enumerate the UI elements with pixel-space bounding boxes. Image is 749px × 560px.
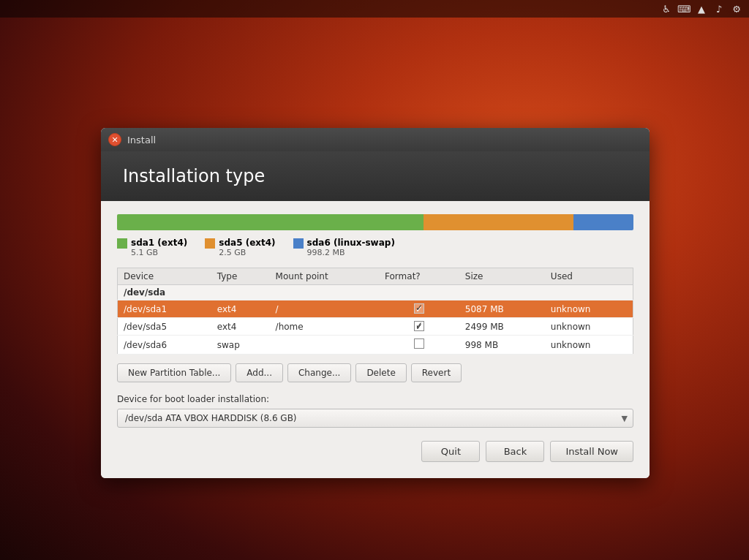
- dialog-title: Install: [127, 135, 156, 145]
- cell-mount: /home: [270, 318, 379, 336]
- cell-mount: [270, 336, 379, 355]
- install-now-button[interactable]: Install Now: [550, 441, 633, 462]
- keyboard-icon[interactable]: ⌨: [677, 2, 690, 15]
- dialog-header: Installation type: [101, 151, 650, 201]
- legend-sda1: sda1 (ext4) 5.1 GB: [117, 238, 187, 257]
- table-header-row: Device Type Mount point Format? Size Use…: [118, 268, 633, 285]
- col-size: Size: [459, 268, 545, 285]
- legend-color-sda1: [117, 238, 127, 249]
- cell-size: 5087 MB: [459, 300, 545, 318]
- col-type: Type: [211, 268, 270, 285]
- page-title: Installation type: [123, 166, 628, 186]
- install-dialog: ✕ Install Installation type sda1 (ext4) …: [101, 128, 650, 478]
- cell-size: 998 MB: [459, 336, 545, 355]
- revert-button[interactable]: Revert: [411, 363, 462, 382]
- legend-sda6: sda6 (linux-swap) 998.2 MB: [293, 238, 395, 257]
- partition-bar-sda6: [573, 214, 633, 230]
- cell-type: swap: [211, 336, 270, 355]
- col-format: Format?: [379, 268, 459, 285]
- cell-format: ✓: [379, 318, 459, 336]
- change-button[interactable]: Change...: [287, 363, 351, 382]
- back-button[interactable]: Back: [486, 441, 544, 462]
- close-button[interactable]: ✕: [108, 133, 121, 146]
- settings-icon[interactable]: ⚙: [730, 2, 743, 15]
- partition-bar: [117, 214, 633, 230]
- cell-size: 2499 MB: [459, 318, 545, 336]
- table-row[interactable]: /dev/sda5 ext4 /home ✓ 2499 MB unknown: [118, 318, 633, 336]
- legend-name-sda5: sda5 (ext4): [219, 238, 275, 248]
- bootloader-select-wrapper: /dev/sda ATA VBOX HARDDISK (8.6 GB) ▼: [117, 409, 633, 428]
- bottom-buttons: Quit Back Install Now: [117, 441, 633, 465]
- cell-mount: /: [270, 300, 379, 318]
- delete-button[interactable]: Delete: [355, 363, 406, 382]
- cell-used: unknown: [545, 318, 633, 336]
- cell-device: /dev/sda1: [118, 300, 211, 318]
- partition-table: Device Type Mount point Format? Size Use…: [117, 268, 633, 355]
- legend-name-sda6: sda6 (linux-swap): [307, 238, 395, 248]
- legend-name-sda1: sda1 (ext4): [131, 238, 187, 248]
- col-mount: Mount point: [270, 268, 379, 285]
- legend-color-sda6: [293, 238, 304, 249]
- quit-button[interactable]: Quit: [421, 441, 480, 462]
- cell-used: unknown: [545, 300, 633, 318]
- cell-used: unknown: [545, 336, 633, 355]
- legend-size-sda6: 998.2 MB: [307, 248, 395, 257]
- accessibility-icon[interactable]: ♿: [660, 2, 673, 15]
- cell-format: [379, 336, 459, 355]
- action-buttons: New Partition Table... Add... Change... …: [117, 363, 633, 382]
- dialog-content: sda1 (ext4) 5.1 GB sda5 (ext4) 2.5 GB sd…: [101, 201, 650, 478]
- legend-size-sda5: 2.5 GB: [219, 248, 275, 257]
- legend-color-sda5: [205, 238, 215, 249]
- col-device: Device: [118, 268, 211, 285]
- legend-sda5: sda5 (ext4) 2.5 GB: [205, 238, 275, 257]
- cell-device: /dev/sda6: [118, 336, 211, 355]
- cell-type: ext4: [211, 300, 270, 318]
- taskbar: ♿ ⌨ ▲ ♪ ⚙: [0, 0, 749, 18]
- bootloader-label: Device for boot loader installation:: [117, 394, 633, 404]
- volume-icon[interactable]: ♪: [712, 2, 726, 15]
- add-button[interactable]: Add...: [236, 363, 283, 382]
- partition-bar-sda5: [424, 214, 573, 230]
- legend-size-sda1: 5.1 GB: [131, 248, 187, 257]
- partition-legend: sda1 (ext4) 5.1 GB sda5 (ext4) 2.5 GB sd…: [117, 238, 633, 257]
- cell-type: ext4: [211, 318, 270, 336]
- table-row[interactable]: /dev/sda6 swap 998 MB unknown: [118, 336, 633, 355]
- network-icon[interactable]: ▲: [695, 2, 708, 15]
- bootloader-select[interactable]: /dev/sda ATA VBOX HARDDISK (8.6 GB): [117, 409, 633, 428]
- table-row[interactable]: /dev/sda1 ext4 / ✓ 5087 MB unknown: [118, 300, 633, 318]
- col-used: Used: [545, 268, 633, 285]
- new-partition-table-button[interactable]: New Partition Table...: [117, 363, 231, 382]
- group-label-sda: /dev/sda: [118, 285, 633, 300]
- cell-device: /dev/sda5: [118, 318, 211, 336]
- titlebar: ✕ Install: [101, 128, 650, 151]
- cell-format: ✓: [379, 300, 459, 318]
- group-row-sda: /dev/sda: [118, 285, 633, 300]
- partition-bar-sda1: [117, 214, 424, 230]
